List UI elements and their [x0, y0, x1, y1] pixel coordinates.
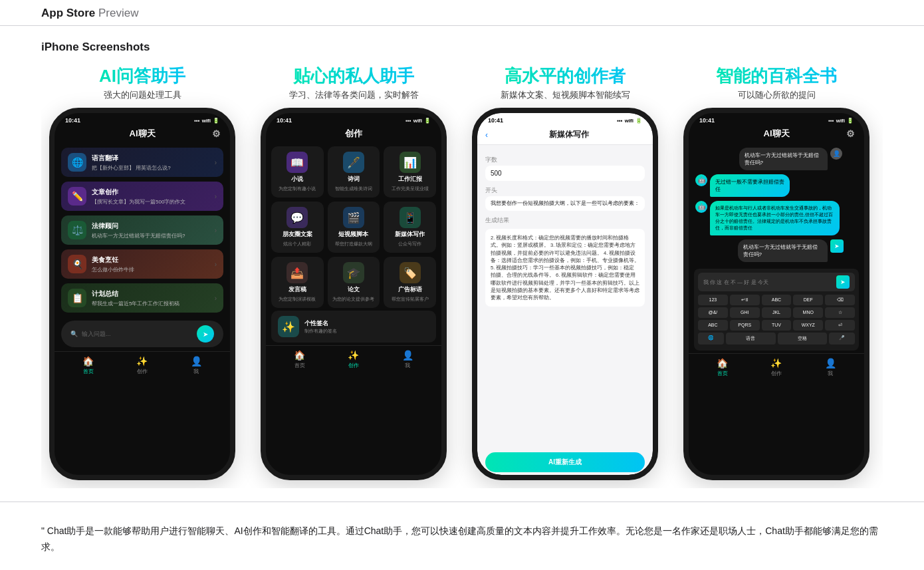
home-icon: 🏠 [82, 356, 94, 366]
list-item[interactable]: ⚖️ 法律顾问 机动车一方无过错就等于无赔偿责任吗? › [61, 215, 223, 245]
screen1-nav-title: AI聊天 [130, 128, 156, 140]
nav-item-home[interactable]: 🏠 首页 [82, 356, 94, 375]
kb-key[interactable]: @&/ [698, 307, 728, 318]
time-3: 10:41 [488, 117, 503, 124]
kb-key[interactable]: 123 [698, 295, 728, 305]
user-bubble-2: 机动车一方无过错就等于无赔偿责任吗? [738, 239, 828, 262]
kb-key[interactable]: GHI [730, 307, 760, 318]
screen1-nav: AI聊天 ⚙ [55, 125, 230, 144]
list-item[interactable]: 🍳 美食烹饪 怎么做小份炸牛排 › [61, 249, 223, 279]
phone-card-3: 高水平的创作者 新媒体文案、短视频脚本智能续写 10:41 ▪▪▪ wifi 🔋 [465, 66, 665, 480]
kb-row-3: ABC PQRS TUV WXYZ ⏎ [698, 320, 855, 331]
kb-key[interactable]: ABC [762, 295, 792, 305]
kb-key[interactable]: WXYZ [793, 320, 823, 331]
wifi-icon: wifi [625, 118, 634, 124]
create-item[interactable]: 📖 小说 为您定制有趣小说 [271, 146, 324, 198]
kb-input-row[interactable]: 我 你 这 在 不 — 好 是 今天 ➤ [698, 273, 855, 291]
kb-key[interactable]: ABC [698, 320, 728, 331]
kb-key[interactable]: JKL [762, 307, 792, 318]
create-item-signature[interactable]: ✨ 个性签名 制作有趣的签名 [271, 311, 436, 343]
chat-item-content: 美食烹饪 怎么做小份炸牛排 [92, 255, 209, 273]
nav-item-create[interactable]: ✨ 创作 [770, 358, 782, 377]
screenshots-scroll[interactable]: AI问答助手 强大的问题处理工具 10:41 ▪▪▪ wifi 🔋 [41, 66, 883, 488]
kb-row-1: 123 ↵tl ABC DEF ⌫ [698, 295, 855, 305]
nav-item-profile[interactable]: 👤 我 [191, 356, 202, 375]
nav-item-create[interactable]: ✨ 创作 [136, 356, 148, 375]
kb-key[interactable]: 🌐 [698, 333, 724, 345]
list-item[interactable]: ✏️ 文章创作 【撰写长文章】为我写一篇500字的作文 › [61, 182, 223, 211]
create-item[interactable]: 📱 新媒体写作 公众号写作 [384, 202, 436, 253]
section-title: iPhone Screenshots [41, 41, 883, 54]
kb-key[interactable]: MNO [793, 307, 823, 318]
kb-send-button[interactable]: ➤ [836, 275, 850, 289]
result-box: 2. 视频长度和格式：确定您的视频需要的播放时间和拍摄格式。例如：竖屏或横屏。 … [485, 229, 645, 307]
phone-screen-2: 10:41 ▪▪▪ wifi 🔋 创作 📖 [266, 113, 441, 475]
field-value-2[interactable]: 我想要创作一份短视频拍摄大纲，以下是一些可以考虑的要素： [485, 196, 645, 211]
create-icon: ✨ [348, 350, 359, 360]
status-bar-2: 10:41 ▪▪▪ wifi 🔋 [266, 113, 441, 125]
keyboard-area: 我 你 这 在 不 — 好 是 今天 ➤ 123 ↵tl ABC DEF ⌫ [694, 269, 859, 351]
back-button[interactable]: ‹ [485, 130, 488, 140]
kb-key[interactable]: DEF [793, 295, 823, 305]
time-2: 10:41 [277, 117, 292, 124]
kb-key[interactable]: ⌫ [825, 295, 855, 305]
kb-row-2: @&/ GHI JKL MNO ☆ [698, 307, 855, 318]
screen3-body: 字数 500 开头 我想要创作一份短视频拍摄大纲，以下是一些可以考虑的要素： 生… [477, 145, 653, 312]
ai-bubble-long: 如果是机动车与行人或者非机动车发生交通事故的，机动车一方即使无责任也要承担一小部… [710, 201, 840, 235]
ai-avatar: 🤖 [695, 174, 707, 186]
screenshots-section: iPhone Screenshots AI问答助手 强大的问题处理工具 10:4… [0, 26, 924, 488]
settings-icon[interactable]: ⚙ [846, 128, 855, 139]
chevron-right-icon: › [215, 193, 217, 200]
screenshots-row: AI问答助手 强大的问题处理工具 10:41 ▪▪▪ wifi 🔋 [41, 66, 877, 480]
description-section: Chat助手是一款能够帮助用户进行智能聊天、AI创作和智能翻译的工具。通过Cha… [0, 501, 924, 570]
time-1: 10:41 [65, 117, 80, 124]
field-value-1[interactable]: 500 [485, 166, 645, 181]
nav-item-home[interactable]: 🏠 首页 [717, 358, 728, 377]
caption-1: AI问答助手 强大的问题处理工具 [99, 66, 185, 101]
phone-screen-3: 10:41 ▪▪▪ wifi 🔋 ‹ 新媒体写作 [477, 113, 653, 475]
user-bubble: 机动车一方无过错就等于无赔偿责任吗? [739, 148, 828, 170]
create-item[interactable]: 📊 工作汇报 工作完美呈现业绩 [384, 146, 436, 198]
list-item[interactable]: 📋 计划总结 帮我生成一篇近5年工作工作汇报初稿 › [61, 283, 223, 313]
screen4-nav: AI聊天 ⚙ [689, 125, 864, 144]
phone-screen-1: 10:41 ▪▪▪ wifi 🔋 AI聊天 ⚙ [55, 113, 230, 475]
create-item[interactable]: 📤 发言稿 为您定制演讲模板 [271, 257, 324, 308]
create-icon: ✨ [136, 356, 148, 366]
send-button-2[interactable]: ➤ [830, 239, 844, 253]
phone-frame-4: 10:41 ▪▪▪ wifi 🔋 AI聊天 ⚙ [683, 108, 869, 480]
battery-icon: 🔋 [847, 118, 854, 124]
caption-sub-3: 新媒体文案、短视频脚本智能续写 [501, 89, 630, 101]
kb-key[interactable]: 🎤 [829, 333, 855, 345]
caption-title-3: 高水平的创作者 [501, 66, 630, 86]
field-label-2: 开头 [485, 186, 645, 195]
create-item[interactable]: 💬 朋友圈文案 炫出个人精彩 [271, 202, 324, 253]
search-input-area[interactable]: 🔍 输入问题... ➤ [61, 321, 223, 347]
nav-item-home[interactable]: 🏠 首页 [294, 350, 305, 369]
nav-item-profile[interactable]: 👤 我 [402, 350, 413, 369]
kb-key[interactable]: ↵tl [730, 295, 760, 305]
create-item[interactable]: 🏷️ 广告标语 帮您宣传拓展客户 [384, 257, 436, 308]
kb-key[interactable]: ⏎ [825, 320, 855, 331]
list-item[interactable]: 🌐 语言翻译 把【新外心至部】 用英语怎么说? › [61, 148, 223, 177]
search-icon: 🔍 [70, 331, 78, 337]
send-button[interactable]: ➤ [197, 325, 214, 343]
app-store-header: App Store Preview [0, 0, 924, 26]
create-item[interactable]: 🎓 论文 为您的论文提供参考 [328, 257, 380, 308]
ai-avatar: 🤖 [695, 201, 707, 213]
caption-sub-1: 强大的问题处理工具 [99, 89, 185, 101]
chevron-right-icon: › [215, 261, 217, 268]
settings-icon[interactable]: ⚙ [212, 128, 221, 139]
create-item[interactable]: 🎬 短视频脚本 帮您打造爆款大纲 [328, 202, 380, 253]
kb-key-voice[interactable]: 语音 [726, 333, 775, 345]
kb-key[interactable]: PQRS [730, 320, 760, 331]
header-title: App Store Preview [41, 7, 138, 19]
nav-item-profile[interactable]: 👤 我 [825, 358, 836, 377]
bottom-nav-4: 🏠 首页 ✨ 创作 👤 我 [689, 353, 864, 384]
kb-key-space[interactable]: 空格 [778, 333, 827, 345]
kb-key[interactable]: ☆ [825, 307, 855, 318]
kb-key[interactable]: TUV [762, 320, 792, 331]
generate-button[interactable]: AI重新生成 [485, 452, 645, 472]
caption-title-2: 贴心的私人助手 [289, 66, 419, 86]
create-item[interactable]: 🖋️ 诗词 智能生成唯美诗词 [328, 146, 380, 198]
nav-item-create[interactable]: ✨ 创作 [348, 350, 359, 369]
